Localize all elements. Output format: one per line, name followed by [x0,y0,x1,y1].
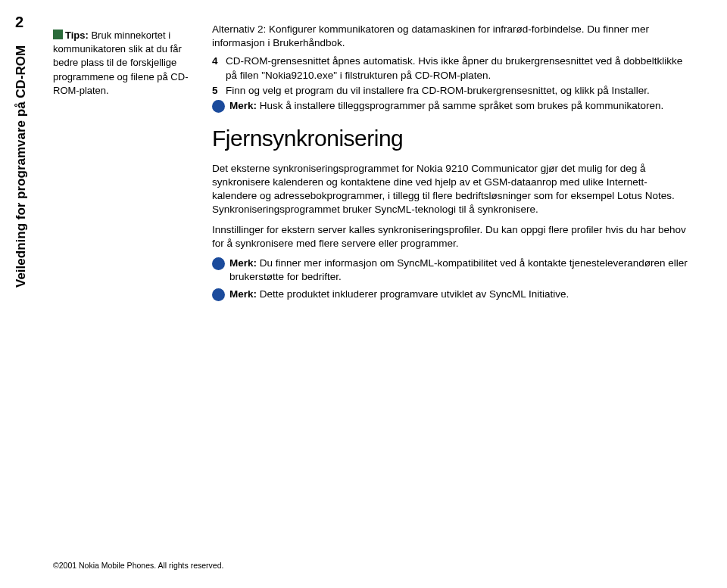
note-block: Merk: Du finner mer informasjon om SyncM… [212,257,689,284]
step-5: 5 Finn og velg et program du vil install… [212,84,689,98]
section-title: Fjernsynkronisering [212,123,689,154]
section-header-vertical: Veiledning for programvare på CD-ROM [14,45,29,288]
note-body: Merk: Dette produktet inkluderer program… [229,288,689,301]
step-number: 4 [212,54,226,82]
main-column: Alternativ 2: Konfigurer kommunikatoren … [212,23,689,304]
step-text: CD-ROM-grensesnittet åpnes automatisk. H… [226,54,689,82]
tips-label: Tips: [65,30,89,41]
note-block: Merk: Husk å installere tilleggsprogramm… [212,99,689,113]
tips-icon [53,30,63,39]
paragraph: Det eksterne synkroniseringsprogrammet f… [212,162,689,217]
paragraph: Innstillinger for ekstern server kalles … [212,223,689,250]
page-number: 2 [15,14,23,31]
sidebar: Tips: Bruk minnekortet i kommunikatoren … [53,23,189,304]
copyright-footer: ©2001 Nokia Mobile Phones. All rights re… [53,561,223,570]
note-icon [212,288,225,301]
note-body: Merk: Husk å installere tilleggsprogramm… [229,99,689,113]
tips-block: Tips: Bruk minnekortet i kommunikatoren … [53,29,189,98]
step-text: Finn og velg et program du vil installer… [226,84,689,98]
note-icon [212,100,225,113]
note-text: Du finner mer informasjon om SyncML-komp… [229,257,688,282]
note-icon [212,257,225,270]
intro-paragraph: Alternativ 2: Konfigurer kommunikatoren … [212,23,689,50]
note-label: Merk: [229,100,257,111]
step-4: 4 CD-ROM-grensesnittet åpnes automatisk.… [212,54,689,82]
note-label: Merk: [229,288,257,300]
note-body: Merk: Du finner mer informasjon om SyncM… [229,257,689,284]
note-text: Dette produktet inkluderer programvare u… [257,288,569,300]
step-number: 5 [212,84,226,98]
note-text: Husk å installere tilleggsprogrammer på … [257,100,663,111]
content-area: Tips: Bruk minnekortet i kommunikatoren … [53,23,689,304]
note-block: Merk: Dette produktet inkluderer program… [212,288,689,301]
note-label: Merk: [229,257,257,269]
